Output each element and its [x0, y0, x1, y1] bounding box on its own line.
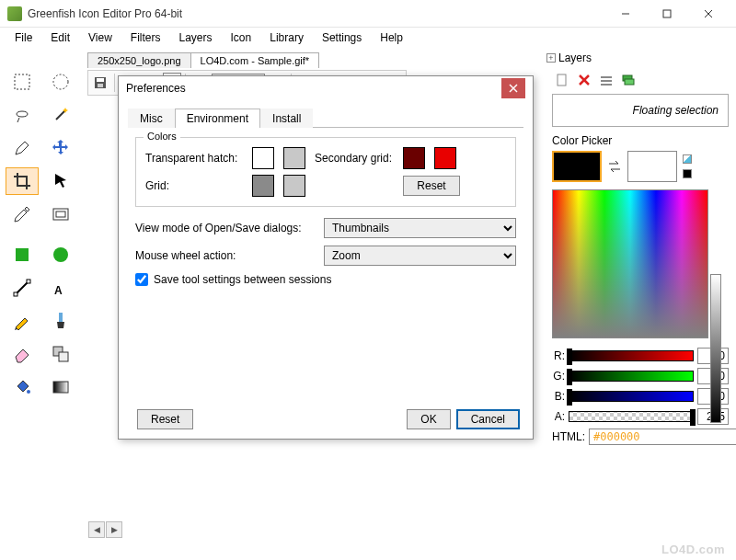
document-tab[interactable]: 250x250_logo.png	[87, 52, 191, 68]
svg-rect-28	[27, 280, 30, 283]
inverse-indicator-icon[interactable]	[683, 169, 692, 178]
floating-selection-item[interactable]: Floating selection	[552, 94, 729, 127]
scroll-buttons: ◀ ▶	[88, 521, 122, 538]
a-slider[interactable]	[569, 411, 694, 422]
color-picker-label: Color Picker	[552, 134, 729, 147]
gradient-tool[interactable]	[44, 373, 77, 401]
cancel-button[interactable]: Cancel	[456, 409, 520, 429]
menu-edit[interactable]: Edit	[41, 29, 79, 46]
clone-tool[interactable]	[44, 340, 77, 368]
secondary-grid-label: Secondary grid:	[315, 152, 397, 165]
svg-rect-34	[53, 382, 68, 393]
rect-shape-tool[interactable]	[6, 241, 39, 269]
ellipse-shape-tool[interactable]	[44, 241, 77, 269]
document-tab[interactable]: LO4D.com - Sample.gif*	[190, 52, 320, 68]
scroll-left-icon[interactable]: ◀	[88, 521, 105, 538]
svg-text:A: A	[54, 284, 63, 297]
background-swatch[interactable]	[627, 151, 677, 182]
pencil-tool[interactable]	[6, 134, 39, 162]
bucket-tool[interactable]	[6, 373, 39, 401]
swap-colors-icon[interactable]	[607, 160, 622, 173]
svg-line-21	[56, 110, 65, 120]
reset-colors-button[interactable]: Reset	[403, 176, 460, 196]
save-icon[interactable]	[90, 73, 110, 93]
pointer-tool[interactable]	[44, 167, 77, 195]
svg-point-33	[27, 390, 30, 394]
save-tool-settings-checkbox[interactable]	[135, 273, 148, 286]
dialog-body: Colors Transparent hatch: Secondary grid…	[119, 128, 533, 295]
layers-panel-header[interactable]: + Layers	[546, 51, 592, 64]
close-button[interactable]	[687, 1, 729, 27]
dialog-reset-button[interactable]: Reset	[137, 409, 193, 429]
rect-select-tool[interactable]	[6, 68, 39, 96]
ellipse-select-tool[interactable]	[44, 68, 77, 96]
menu-layers[interactable]: Layers	[170, 29, 222, 46]
layer-props-icon[interactable]	[596, 70, 616, 90]
ok-button[interactable]: OK	[407, 409, 450, 429]
r-slider[interactable]	[569, 350, 694, 361]
tab-install[interactable]: Install	[260, 109, 313, 128]
secondary-grid-swatch-1[interactable]	[403, 147, 425, 169]
g-slider[interactable]	[569, 371, 694, 382]
secondary-grid-swatch-2[interactable]	[434, 147, 456, 169]
eraser-tool[interactable]	[6, 340, 39, 368]
value-strip[interactable]	[710, 274, 721, 423]
svg-rect-38	[601, 76, 612, 78]
grid-swatch-2[interactable]	[283, 175, 305, 197]
minimize-button[interactable]	[604, 1, 646, 27]
b-slider[interactable]	[569, 391, 694, 402]
brush-tool[interactable]	[44, 307, 77, 335]
merge-layers-icon[interactable]	[618, 70, 638, 90]
right-panel: Floating selection Color Picker R: G: B:…	[552, 70, 729, 445]
svg-rect-24	[16, 248, 29, 261]
html-label: HTML:	[552, 430, 585, 443]
svg-rect-35	[558, 74, 566, 86]
menu-filters[interactable]: Filters	[121, 29, 170, 46]
svg-point-20	[53, 74, 68, 89]
menu-view[interactable]: View	[79, 29, 121, 46]
layers-label: Layers	[558, 51, 592, 64]
svg-rect-27	[14, 292, 17, 296]
svg-rect-42	[625, 79, 634, 85]
maximize-button[interactable]	[646, 1, 687, 27]
g-label: G:	[552, 370, 565, 383]
menu-icon[interactable]: Icon	[222, 29, 261, 46]
menu-library[interactable]: Library	[260, 29, 313, 46]
lasso-tool[interactable]	[6, 101, 39, 129]
menu-settings[interactable]: Settings	[313, 29, 371, 46]
title-bar: Greenfish Icon Editor Pro 64-bit	[0, 0, 736, 28]
menu-file[interactable]: File	[6, 29, 41, 46]
frame-tool[interactable]	[44, 200, 77, 228]
line-tool[interactable]	[6, 274, 39, 302]
text-tool[interactable]: A	[44, 274, 77, 302]
delete-layer-icon[interactable]	[574, 70, 594, 90]
dialog-titlebar[interactable]: Preferences	[119, 76, 533, 100]
grid-swatch-1[interactable]	[252, 175, 274, 197]
transparent-hatch-swatch-2[interactable]	[283, 147, 305, 169]
move-tool[interactable]	[44, 134, 77, 162]
foreground-swatch[interactable]	[552, 151, 602, 182]
preferences-dialog: Preferences Misc Environment Install Col…	[118, 75, 534, 440]
color-field[interactable]	[552, 189, 708, 338]
new-layer-icon[interactable]	[552, 70, 572, 90]
viewmode-select[interactable]: Thumbnails	[324, 218, 516, 238]
svg-point-25	[53, 247, 68, 262]
pencil-draw-tool[interactable]	[6, 307, 39, 335]
viewmode-label: View mode of Open/Save dialogs:	[135, 222, 324, 234]
menu-help[interactable]: Help	[371, 29, 412, 46]
mousewheel-select[interactable]: Zoom	[324, 246, 516, 266]
html-value[interactable]	[589, 429, 736, 445]
transparent-hatch-swatch-1[interactable]	[252, 147, 274, 169]
scroll-right-icon[interactable]: ▶	[106, 521, 122, 538]
dialog-close-button[interactable]	[501, 78, 525, 98]
wand-tool[interactable]	[44, 101, 77, 129]
grid-label: Grid:	[145, 179, 247, 192]
crop-tool[interactable]	[6, 167, 39, 195]
a-label: A:	[552, 410, 565, 423]
eyedropper-tool[interactable]	[6, 200, 39, 228]
transparent-indicator-icon[interactable]	[683, 154, 692, 164]
svg-rect-30	[59, 313, 63, 322]
svg-rect-23	[56, 211, 65, 217]
tab-misc[interactable]: Misc	[128, 109, 175, 128]
tab-environment[interactable]: Environment	[175, 109, 260, 128]
